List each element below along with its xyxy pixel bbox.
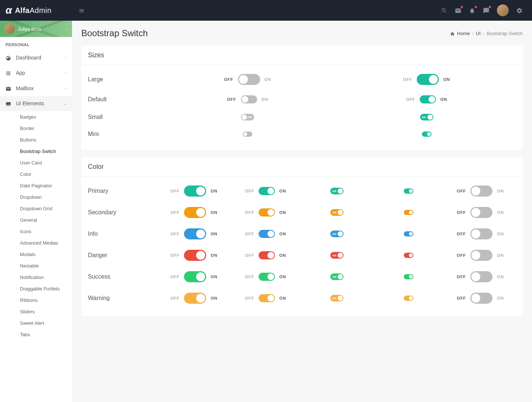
switch-track[interactable]: [470, 293, 492, 304]
breadcrumb-home[interactable]: Home: [457, 31, 470, 36]
toggle-switch[interactable]: [404, 274, 413, 279]
toggle-switch[interactable]: OFFON: [224, 74, 272, 85]
switch-track[interactable]: [259, 230, 275, 238]
toggle-switch[interactable]: OFFON: [170, 207, 218, 218]
nav-sub-item[interactable]: Draggable Portlets: [16, 283, 72, 294]
nav-sub-item[interactable]: Dropdown: [16, 191, 72, 203]
switch-track[interactable]: ON: [330, 188, 344, 194]
toggle-switch[interactable]: OFFON: [245, 208, 286, 217]
nav-sub-item[interactable]: Color: [16, 168, 72, 180]
toggle-switch[interactable]: OFFON: [170, 293, 218, 304]
search-icon[interactable]: [441, 7, 447, 14]
switch-track[interactable]: [404, 253, 413, 258]
switch-track[interactable]: ON: [420, 114, 433, 120]
switch-track[interactable]: [243, 132, 252, 137]
switch-track[interactable]: [417, 74, 439, 85]
switch-track[interactable]: [259, 273, 275, 281]
switch-track[interactable]: [470, 207, 492, 218]
toggle-switch[interactable]: OFFON: [170, 250, 218, 261]
bell-icon[interactable]: [469, 7, 475, 14]
switch-track[interactable]: [259, 294, 275, 302]
nav-sub-item[interactable]: Ribbons: [16, 294, 72, 306]
nav-sub-item[interactable]: Bootstrap Switch: [16, 146, 72, 157]
toggle-switch[interactable]: ON: [330, 188, 344, 194]
nav-sub-item[interactable]: Date Paginator: [16, 180, 72, 191]
toggle-switch[interactable]: OFFON: [245, 230, 286, 238]
toggle-switch[interactable]: OFFON: [457, 293, 504, 304]
toggle-switch[interactable]: [404, 210, 413, 215]
nav-item-app[interactable]: App ›: [0, 65, 72, 81]
nav-sub-item[interactable]: Border: [16, 123, 72, 134]
switch-track[interactable]: [184, 250, 206, 261]
switch-track[interactable]: [238, 74, 260, 85]
switch-track[interactable]: [470, 228, 492, 239]
switch-track[interactable]: [259, 208, 275, 217]
toggle-switch[interactable]: [404, 296, 413, 301]
toggle-switch[interactable]: [404, 253, 413, 258]
toggle-switch[interactable]: OFFON: [457, 185, 504, 197]
nav-sub-item[interactable]: Advanced Medias: [16, 237, 72, 249]
toggle-switch[interactable]: OFFON: [457, 207, 504, 218]
toggle-switch[interactable]: OFFON: [170, 185, 218, 197]
toggle-switch[interactable]: OFFON: [457, 250, 504, 261]
nav-sub-item[interactable]: Dropdown Grid: [16, 203, 72, 214]
switch-track[interactable]: [470, 185, 492, 197]
toggle-switch[interactable]: OFFON: [170, 271, 218, 282]
toggle-switch[interactable]: OFFON: [406, 95, 447, 103]
switch-track[interactable]: [259, 187, 275, 195]
toggle-switch[interactable]: OFFON: [457, 228, 504, 239]
toggle-switch[interactable]: ON: [330, 231, 344, 237]
nav-item-mailbox[interactable]: Mailbox ›: [0, 81, 72, 96]
toggle-switch[interactable]: OFFON: [245, 251, 286, 259]
sidebar-user-card[interactable]: Juliya Brus ›: [0, 21, 72, 37]
switch-track[interactable]: OFF: [241, 114, 254, 120]
switch-track[interactable]: [404, 296, 413, 301]
switch-track[interactable]: ON: [330, 273, 344, 280]
switch-track[interactable]: ON: [330, 252, 344, 259]
gear-icon[interactable]: [516, 7, 523, 14]
menu-toggle-icon[interactable]: [76, 4, 88, 17]
toggle-switch[interactable]: [422, 132, 432, 137]
toggle-switch[interactable]: [243, 132, 252, 137]
breadcrumb-ui[interactable]: UI: [476, 31, 481, 36]
nav-item-dashboard[interactable]: Dashboard ›: [0, 50, 72, 65]
switch-track[interactable]: [184, 293, 206, 304]
toggle-switch[interactable]: OFFON: [245, 294, 286, 302]
toggle-switch[interactable]: ON: [420, 114, 433, 120]
toggle-switch[interactable]: ON: [330, 273, 344, 280]
switch-track[interactable]: [422, 132, 432, 137]
switch-track[interactable]: [184, 185, 206, 197]
nav-sub-item[interactable]: General: [16, 214, 72, 226]
toggle-switch[interactable]: OFF: [241, 114, 254, 120]
switch-track[interactable]: ON: [330, 295, 344, 302]
nav-sub-item[interactable]: Icons: [16, 226, 72, 237]
switch-track[interactable]: [404, 188, 413, 194]
toggle-switch[interactable]: OFFON: [245, 187, 286, 195]
toggle-switch[interactable]: ON: [330, 209, 344, 216]
switch-track[interactable]: [470, 250, 492, 261]
switch-track[interactable]: [259, 251, 275, 259]
switch-track[interactable]: ON: [330, 209, 344, 216]
switch-track[interactable]: [404, 231, 413, 236]
nav-sub-item[interactable]: Sliders: [16, 306, 72, 317]
nav-sub-item[interactable]: User Card: [16, 157, 72, 168]
nav-sub-item[interactable]: Modals: [16, 249, 72, 260]
nav-sub-item[interactable]: Notification: [16, 272, 72, 283]
chat-icon[interactable]: [483, 7, 490, 14]
nav-sub-item[interactable]: Nestable: [16, 260, 72, 272]
nav-sub-item[interactable]: Buttons: [16, 134, 72, 146]
switch-track[interactable]: [184, 271, 206, 282]
switch-track[interactable]: [470, 271, 492, 282]
toggle-switch[interactable]: [404, 188, 413, 194]
toggle-switch[interactable]: OFFON: [245, 273, 286, 281]
toggle-switch[interactable]: ON: [330, 295, 344, 302]
switch-track[interactable]: [241, 95, 257, 103]
switch-track[interactable]: [404, 274, 413, 279]
mail-icon[interactable]: [455, 7, 461, 14]
nav-sub-item[interactable]: Sweet Alert: [16, 317, 72, 329]
switch-track[interactable]: ON: [330, 231, 344, 237]
switch-track[interactable]: [184, 207, 206, 218]
toggle-switch[interactable]: OFFON: [227, 95, 269, 103]
nav-sub-item[interactable]: Badges: [16, 111, 72, 123]
nav-item-ui-elements[interactable]: UI Elements ⌄: [0, 96, 72, 112]
